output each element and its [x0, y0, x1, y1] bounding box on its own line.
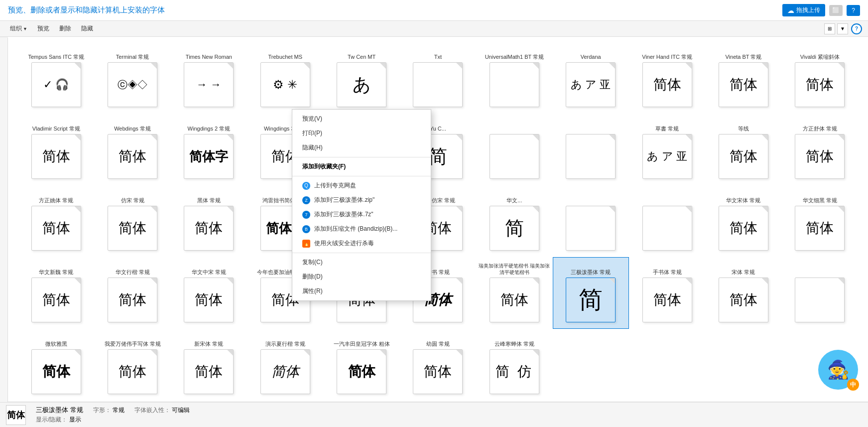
ctx-upload-quark[interactable]: Q 上传到夸克网盘: [292, 178, 431, 193]
ctx-hide[interactable]: 隐藏(H): [292, 141, 431, 155]
7z-icon: 7: [302, 211, 310, 219]
toolbar: 组织 ▼ 预览 删除 隐藏 ⊞ ▼ ?: [0, 21, 868, 37]
preview-button[interactable]: 预览: [33, 23, 53, 34]
font-item-hwxingkai[interactable]: 华文行楷 常规 简体: [94, 257, 170, 329]
font-item-empty3[interactable]: [553, 185, 629, 257]
quark-icon: Q: [302, 182, 310, 190]
font-item-youyuan[interactable]: 幼圆 常规 简体: [400, 329, 476, 401]
font-grid-container[interactable]: Tempus Sans ITC 常规 ✓ 🎧 Terminal 常规 ⓒ◈◇ T…: [8, 37, 868, 401]
delete-button[interactable]: 删除: [55, 23, 75, 34]
context-menu: 预览(V) 打印(P) 隐藏(H) 添加到收藏夹(F) Q 上传到夸克网盘 Z …: [292, 109, 431, 301]
font-item-wingdings2[interactable]: Wingdings 2 常规 简体字: [171, 114, 247, 185]
font-item-heiti[interactable]: 黑体 常规 简体: [171, 185, 247, 257]
ctx-huorong[interactable]: 🔥 使用火绒安全进行杀毒: [292, 236, 431, 251]
ctx-huorong-label: 使用火绒安全进行杀毒: [314, 239, 374, 248]
font-item-fangsong[interactable]: 仿宋 常规 简体: [94, 185, 170, 257]
font-item-ruimei[interactable]: 瑞美加张清平硬笔楷书 瑞美加张清平硬笔楷书 简体: [476, 257, 552, 329]
ctx-delete-label: 删除(D): [302, 273, 323, 281]
window-maximize-button[interactable]: ⬜: [829, 5, 843, 16]
ctx-add-7z[interactable]: 7 添加到'三极泼墨体.7z": [292, 207, 431, 222]
font-item-empty4[interactable]: [629, 185, 705, 257]
ctx-sep1: [292, 157, 431, 157]
font-item-txt[interactable]: Txt: [400, 42, 476, 114]
ctx-preview[interactable]: 预览(V): [292, 112, 431, 126]
huorong-icon: 🔥: [302, 240, 310, 248]
font-item-hwsongti[interactable]: 华文宋体 常规 简体: [705, 185, 781, 257]
font-item-universalmath[interactable]: UniversalMath1 BT 常规: [476, 42, 552, 114]
ctx-add-7z-label: 添加到'三极泼墨体.7z": [314, 210, 373, 219]
font-item-trebuchet[interactable]: Trebuchet MS ⚙ ✳: [247, 42, 323, 114]
ctx-upload-quark-label: 上传到夸克网盘: [314, 181, 356, 190]
font-item-empty5[interactable]: [782, 257, 858, 329]
font-item-vivaldi[interactable]: Vivaldi 紧缩斜体 简体: [782, 42, 858, 114]
status-embed-value: 可编辑: [172, 407, 190, 414]
bandizip-icon: B: [302, 225, 310, 233]
font-item-empty1[interactable]: [476, 114, 552, 185]
ctx-print[interactable]: 打印(P): [292, 126, 431, 141]
font-item-yunfeng[interactable]: 云峰寒蝉体 常规 简 仿: [476, 329, 552, 401]
font-item-tempus[interactable]: Tempus Sans ITC 常规 ✓ 🎧: [18, 42, 94, 114]
title-bar: 预览、删除或者显示和隐藏计算机上安装的字体 ☁ 拖拽上传 ⬜ ?: [0, 0, 868, 21]
ctx-delete[interactable]: 删除(D): [292, 270, 431, 284]
upload-button[interactable]: ☁ 拖拽上传: [782, 4, 825, 16]
font-item-hwzhongsong[interactable]: 华文中宋 常规 简体: [171, 257, 247, 329]
font-item-songti[interactable]: 宋体 常规 简体: [705, 257, 781, 329]
font-item-xinsongti[interactable]: 新宋体 常规 简体: [171, 329, 247, 401]
font-item-tw-cen-mt[interactable]: Tw Cen MT あ: [323, 42, 399, 114]
assistant-widget[interactable]: 🧙 中: [813, 350, 863, 400]
organize-menu[interactable]: 组织 ▼: [6, 23, 31, 34]
status-showhide-label: 显示/隐藏：: [36, 416, 67, 423]
font-item-times-new-roman[interactable]: Times New Roman → →: [171, 42, 247, 114]
font-item-shoushu[interactable]: 手书体 常规 简体: [629, 257, 705, 329]
page-title: 预览、删除或者显示和隐藏计算机上安装的字体: [8, 5, 165, 15]
title-bar-actions: ☁ 拖拽上传 ⬜ ?: [782, 4, 860, 16]
font-item-vineta[interactable]: Vineta BT 常规 简体: [705, 42, 781, 114]
ctx-add-favorites[interactable]: 添加到收藏夹(F): [292, 159, 431, 174]
help-button[interactable]: ?: [847, 5, 860, 16]
left-sidebar: [0, 38, 8, 402]
status-showhide-value: 显示: [69, 416, 81, 423]
ctx-copy[interactable]: 复制(C): [292, 255, 431, 270]
ctx-add-zip-label: 添加到'三极泼墨体.zip": [314, 196, 374, 204]
help-icon-button[interactable]: ?: [851, 23, 862, 34]
status-font-name: 三极泼墨体 常规: [36, 406, 83, 415]
font-item-vladimir[interactable]: Vladimir Script 常规 简体: [18, 114, 94, 185]
status-font-info: 三极泼墨体 常规 字形： 常规 字体嵌入性： 可编辑 显示/隐藏： 显示: [36, 406, 190, 424]
view-dropdown-button[interactable]: ▼: [837, 23, 848, 34]
font-item-woaiwanlao[interactable]: 我爱万佬伟手写体 常规 简体: [94, 329, 170, 401]
ctx-add-zip[interactable]: Z 添加到'三极泼墨体.zip": [292, 193, 431, 207]
help-label: ?: [852, 7, 855, 14]
view-options: ⊞ ▼: [824, 23, 848, 34]
organize-label: 组织: [10, 24, 22, 33]
ctx-preview-label: 预览(V): [302, 115, 322, 123]
status-style: 字形： 常规: [93, 406, 124, 415]
font-item-hwxinwei[interactable]: 华文新魏 常规 简体: [18, 257, 94, 329]
ctx-add-bandizip[interactable]: B 添加到压缩文件 (Bandizip)(B)...: [292, 222, 431, 236]
ctx-properties-label: 属性(R): [302, 287, 323, 295]
font-item-yanshi[interactable]: 演示夏行楷 常规 简体: [247, 329, 323, 401]
font-item-terminal[interactable]: Terminal 常规 ⓒ◈◇: [94, 42, 170, 114]
font-item-caoshu[interactable]: 草書 常规 あ ア 亚: [629, 114, 705, 185]
font-item-huawen-partial[interactable]: 华文... 简: [476, 185, 552, 257]
status-embed-label: 字体嵌入性：: [134, 407, 170, 414]
ctx-properties[interactable]: 属性(R): [292, 284, 431, 298]
font-item-fzyao[interactable]: 方正姚体 常规 简体: [18, 185, 94, 257]
font-item-viner[interactable]: Viner Hand ITC 常规 简体: [629, 42, 705, 114]
status-bar: 简体 三极泼墨体 常规 字形： 常规 字体嵌入性： 可编辑 显示/隐藏： 显示: [0, 402, 868, 427]
hide-button[interactable]: 隐藏: [77, 23, 97, 34]
font-item-hwxihei[interactable]: 华文细黑 常规 简体: [782, 185, 858, 257]
view-icon-button[interactable]: ⊞: [824, 23, 835, 34]
font-item-fzshu[interactable]: 方正舒体 常规 简体: [782, 114, 858, 185]
font-item-dengxian[interactable]: 等线 简体: [705, 114, 781, 185]
status-embed: 字体嵌入性： 可编辑: [134, 406, 190, 415]
font-item-weisoftblack[interactable]: 微软雅黑 简体: [18, 329, 94, 401]
font-item-yiqi[interactable]: 一汽丰田皇冠字体 粗体 简体: [323, 329, 399, 401]
font-item-webdings[interactable]: Webdings 常规 简体: [94, 114, 170, 185]
font-item-verdana[interactable]: Verdana あ ア 亚: [553, 42, 629, 114]
ctx-bandizip-label: 添加到压缩文件 (Bandizip)(B)...: [314, 225, 397, 233]
upload-label: 拖拽上传: [796, 6, 820, 14]
font-item-empty2[interactable]: [553, 114, 629, 185]
font-item-sanji[interactable]: 三极泼墨体 常规 简: [553, 257, 629, 329]
assistant-badge: 中: [847, 379, 859, 391]
toolbar-search: ⊞ ▼ ?: [824, 23, 862, 34]
